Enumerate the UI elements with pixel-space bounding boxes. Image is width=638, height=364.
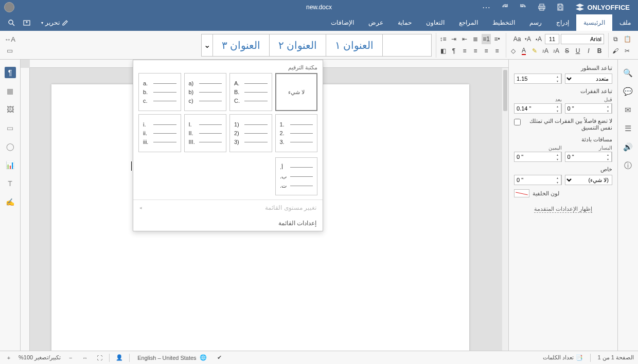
before-input[interactable]: ▴▾ [565, 103, 613, 114]
numbering-decimal-dot[interactable]: 1. 2. 3. [275, 114, 318, 152]
clear-format-button[interactable]: ◇ [508, 46, 518, 56]
edit-mode[interactable]: تحرير ▾ [38, 14, 72, 31]
font-color-button[interactable]: A [519, 46, 528, 56]
font-size-input[interactable] [545, 34, 559, 44]
numbering-upper-alpha-dot[interactable]: A. B. C. [229, 73, 272, 111]
underline-button[interactable]: U [573, 46, 582, 56]
about-icon[interactable]: ⓘ [622, 159, 634, 172]
tab-protection[interactable]: حماية [391, 14, 419, 31]
indent-left-input[interactable]: ▴▾ [565, 152, 613, 162]
header-footer-icon[interactable]: ▭ [5, 122, 16, 134]
copy-button[interactable]: ⧉ [611, 34, 620, 44]
cut-button[interactable]: ✂ [622, 46, 633, 56]
align-justify-button[interactable]: ≡ [460, 46, 469, 56]
word-count[interactable]: 📑 تعداد الكلمات [543, 354, 582, 361]
font-name-input[interactable] [561, 34, 604, 44]
numbering-button[interactable]: 1≡ [482, 34, 491, 44]
tab-file[interactable]: ملف [612, 14, 638, 31]
page-indicator[interactable]: الصفحة 1 من 1 [598, 354, 634, 361]
redo-icon[interactable] [498, 0, 512, 14]
highlight-button[interactable]: ✎ [530, 46, 539, 56]
tab-draw[interactable]: رسم [522, 14, 549, 31]
user-avatar[interactable] [4, 2, 14, 12]
print-icon[interactable] [535, 0, 549, 14]
spellcheck-toggle[interactable]: ✔ [215, 353, 224, 362]
numbering-arabic-letters[interactable]: .أ .ب .ت [275, 157, 317, 195]
zoom-in-button[interactable]: + [4, 353, 13, 362]
tab-addons[interactable]: الإضافات [324, 14, 361, 31]
special-mode-select[interactable]: (لا شيء) [565, 175, 613, 185]
table-panel-icon[interactable]: ▦ [5, 85, 16, 97]
fit-width-icon[interactable]: ↔ [80, 353, 90, 362]
numbering-upper-roman-dot[interactable]: I. II. III. [184, 114, 227, 152]
styles-expand-button[interactable]: ⌄ [201, 34, 212, 57]
feedback-icon[interactable]: 🔊 [622, 141, 634, 153]
chat-icon[interactable]: ✉ [622, 104, 634, 116]
change-case-button[interactable]: Aa [512, 34, 522, 44]
increase-indent-button[interactable]: ⇥ [449, 34, 458, 44]
numbering-lower-roman-dot[interactable]: i. ii. iii. [138, 114, 181, 152]
subscript-button[interactable]: A2 [541, 46, 550, 56]
select-all-button[interactable]: ▭ [5, 46, 14, 56]
line-spacing-value-input[interactable]: ▴▾ [514, 74, 562, 84]
bold-button[interactable]: B [595, 46, 604, 56]
multilevel-button[interactable]: ≣ [471, 34, 480, 44]
nav-icon[interactable]: ☰ [622, 122, 634, 135]
decrease-font-button[interactable]: A▾ [523, 34, 533, 44]
search-icon[interactable] [5, 16, 17, 29]
undo-icon[interactable] [516, 0, 530, 14]
after-input[interactable]: ▴▾ [514, 103, 562, 114]
style-heading3[interactable]: العنوان ٣ [212, 34, 269, 57]
style-heading1[interactable]: العنوان ١ [326, 34, 382, 57]
list-settings-item[interactable]: إعدادات القائمة [133, 215, 323, 231]
zoom-out-button[interactable]: − [66, 353, 75, 362]
chart-panel-icon[interactable]: 📊 [5, 159, 16, 171]
image-panel-icon[interactable]: 🖼 [5, 104, 16, 115]
more-icon[interactable]: ⋯ [479, 0, 493, 14]
save-icon[interactable] [553, 0, 568, 14]
shading-button[interactable]: ◧ [438, 46, 448, 56]
open-location-icon[interactable] [21, 16, 33, 29]
superscript-button[interactable]: A2 [552, 46, 561, 56]
align-center-button[interactable]: ≡ [482, 46, 491, 56]
no-space-same-checkbox[interactable] [514, 119, 521, 125]
track-changes-icon[interactable]: 👤 [115, 353, 124, 362]
numbering-lower-alpha-dot[interactable]: a. b. c. [138, 73, 181, 111]
advanced-settings-link[interactable]: إظهار الإعدادات المتقدمة [534, 206, 592, 213]
style-normal[interactable] [382, 34, 432, 57]
doc-language[interactable]: 🌐 English – United States [135, 353, 209, 362]
tab-layout[interactable]: التخطيط [485, 14, 522, 31]
tab-collaboration[interactable]: التعاون [419, 14, 452, 31]
paragraph-panel-icon[interactable]: ¶ [5, 67, 16, 78]
fit-page-icon[interactable]: ⛶ [95, 353, 104, 362]
replace-button[interactable]: A↔ [5, 35, 14, 44]
line-spacing-mode-select[interactable]: متعدد [565, 74, 613, 84]
decrease-indent-button[interactable]: ⇤ [460, 34, 469, 44]
find-icon[interactable]: 🔍 [622, 67, 634, 79]
format-painter-button[interactable]: 🖌 [611, 46, 620, 56]
signature-panel-icon[interactable]: ✍ [5, 196, 16, 208]
textart-panel-icon[interactable]: T [5, 178, 16, 189]
tab-view[interactable]: عرض [361, 14, 391, 31]
strike-button[interactable]: S [562, 46, 572, 56]
align-left-button[interactable]: ≡ [471, 46, 480, 56]
vertical-ruler[interactable] [21, 68, 30, 351]
increase-font-button[interactable]: A▴ [534, 34, 543, 44]
paste-button[interactable]: 📋 [622, 34, 633, 44]
bg-color-swatch[interactable] [514, 189, 529, 197]
style-heading2[interactable]: العنوان ٢ [269, 34, 326, 57]
align-right-button[interactable]: ≡ [492, 46, 502, 56]
numbering-lower-alpha-paren[interactable]: a) b) c) [184, 73, 227, 111]
bullets-button[interactable]: •≡ [492, 34, 502, 44]
italic-button[interactable]: I [584, 46, 593, 56]
numbering-none[interactable]: لا شيء [275, 73, 318, 111]
line-spacing-button[interactable]: ≡↕ [438, 34, 448, 44]
tab-references[interactable]: المراجع [452, 14, 485, 31]
indent-right-input[interactable]: ▴▾ [514, 152, 562, 162]
vertical-scrollbar[interactable] [502, 68, 508, 351]
tab-insert[interactable]: إدراج [549, 14, 576, 31]
tab-home[interactable]: الرئيسية [576, 14, 612, 31]
special-value-input[interactable]: ▴▾ [514, 175, 562, 185]
document-canvas[interactable]: مكتبة الترقيم لا شيء A. B. C. a) b) c) a… [21, 60, 508, 351]
comments-icon[interactable]: 💬 [622, 85, 634, 98]
